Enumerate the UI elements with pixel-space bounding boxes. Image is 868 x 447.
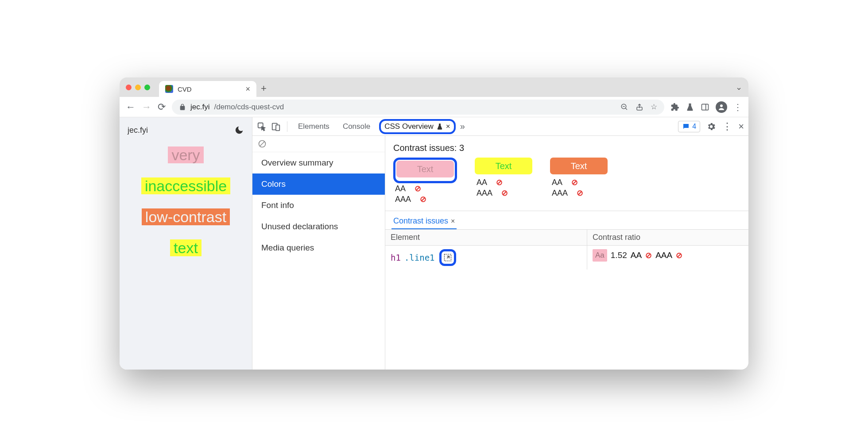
col-header-element: Element: [385, 230, 587, 246]
sub-tab-contrast-issues[interactable]: Contrast issues ×: [391, 214, 457, 229]
url-field[interactable]: jec.fyi /demo/cds-quest-cvd ☆: [172, 100, 664, 115]
col-header-ratio: Contrast ratio: [587, 230, 748, 246]
labs-icon[interactable]: [686, 103, 694, 112]
chrome-menu-icon[interactable]: ⋮: [733, 102, 742, 112]
swatch-highlight: Text: [393, 158, 457, 183]
back-button[interactable]: ←: [126, 101, 136, 113]
close-tab-icon[interactable]: ×: [245, 85, 250, 94]
extensions-icon[interactable]: [670, 103, 679, 112]
devtools-tab-bar: Elements Console CSS Overview × » 4: [252, 117, 748, 136]
close-tab-icon[interactable]: ×: [446, 122, 450, 131]
svg-rect-9: [276, 125, 279, 131]
bookmark-star-icon[interactable]: ☆: [651, 102, 657, 112]
table-row-element[interactable]: h1.line1: [385, 246, 587, 270]
fail-icon: ⊘: [645, 250, 652, 260]
contrast-sub-tabs: Contrast issues ×: [385, 211, 748, 229]
col-contrast-ratio: Contrast ratio Aa 1.52 AA ⊘ AAA ⊘: [587, 230, 748, 270]
forward-button[interactable]: →: [142, 101, 151, 113]
tab-console[interactable]: Console: [338, 119, 375, 135]
demo-words: very inaccessible low-contrast text: [128, 146, 244, 256]
element-class: .line1: [404, 253, 435, 262]
demo-word-very: very: [168, 146, 203, 163]
table-row-ratio: Aa 1.52 AA ⊘ AAA ⊘: [587, 246, 748, 265]
sidebar-item-media[interactable]: Media queries: [252, 237, 385, 258]
svg-point-6: [720, 104, 723, 107]
sidebar-item-unused[interactable]: Unused declarations: [252, 216, 385, 237]
css-overview-main: Contrast issues: 3 Text AA ⊘: [385, 136, 748, 370]
fail-icon: ⊘: [676, 250, 682, 260]
devtools-body: Overview summary Colors Font info Unused…: [252, 136, 748, 370]
contrast-issues-table: Element h1.line1 Cont: [385, 229, 748, 270]
inspect-element-icon[interactable]: [257, 122, 267, 131]
aaa-label: AAA: [655, 250, 672, 260]
tab-css-overview[interactable]: CSS Overview: [384, 122, 434, 131]
tab-elements[interactable]: Elements: [294, 119, 334, 135]
fail-icon: ⊘: [571, 177, 578, 187]
fail-icon: ⊘: [420, 194, 426, 204]
content: jec.fyi very inaccessible low-contrast t…: [120, 117, 748, 370]
more-tabs-icon[interactable]: »: [460, 121, 465, 131]
aaa-row: AAA ⊘: [475, 188, 510, 198]
contrast-issues-heading: Contrast issues: 3: [385, 136, 748, 158]
tab-overflow-icon[interactable]: ⌄: [736, 82, 742, 92]
aa-row: AA ⊘: [550, 177, 580, 188]
messages-badge[interactable]: 4: [678, 121, 700, 132]
favicon-icon: [165, 85, 173, 93]
close-window-button[interactable]: [126, 85, 132, 90]
aaa-label: AAA: [552, 189, 568, 198]
fail-icon: ⊘: [501, 188, 508, 198]
scroll-into-view-icon[interactable]: [443, 253, 452, 262]
contrast-swatch-3[interactable]: Text AA ⊘ AAA ⊘: [550, 158, 608, 204]
tab-css-overview-highlight: CSS Overview ×: [379, 119, 455, 134]
minimize-window-button[interactable]: [135, 85, 141, 90]
demo-word-low-contrast: low-contrast: [142, 208, 230, 225]
fullscreen-window-button[interactable]: [144, 85, 150, 90]
new-tab-button[interactable]: +: [256, 80, 271, 97]
fail-icon: ⊘: [496, 177, 503, 187]
contrast-swatch-row: Text AA ⊘ AAA ⊘: [385, 158, 748, 211]
svg-rect-4: [702, 104, 709, 110]
close-devtools-icon[interactable]: ×: [738, 121, 744, 132]
contrast-ratio-value: 1.52: [611, 250, 627, 260]
aa-label: AA: [552, 178, 562, 187]
browser-tab-cvd[interactable]: CVD ×: [159, 81, 256, 97]
contrast-swatch-2[interactable]: Text AA ⊘ AAA ⊘: [475, 158, 532, 204]
css-overview-sidebar: Overview summary Colors Font info Unused…: [252, 136, 385, 370]
aa-row: AA ⊘: [475, 177, 504, 188]
scroll-into-view-highlight: [439, 249, 456, 266]
side-panel-icon[interactable]: [701, 103, 709, 112]
sidebar-item-font-info[interactable]: Font info: [252, 195, 385, 216]
fail-icon: ⊘: [415, 184, 421, 193]
settings-gear-icon[interactable]: [706, 122, 716, 131]
device-toggle-icon[interactable]: [271, 122, 281, 131]
contrast-swatch-1[interactable]: Text AA ⊘ AAA ⊘: [393, 158, 457, 204]
sidebar-item-colors[interactable]: Colors: [252, 173, 385, 195]
reload-button[interactable]: ⟳: [158, 101, 166, 113]
window-traffic-lights: [126, 85, 150, 90]
aaa-row: AAA ⊘: [393, 194, 428, 204]
demo-word-inaccessible: inaccessible: [141, 177, 230, 194]
devtools-menu-icon[interactable]: ⋮: [722, 121, 732, 132]
share-icon[interactable]: [636, 103, 643, 111]
swatch-preview: Text: [396, 161, 454, 177]
aaa-label: AAA: [395, 195, 411, 204]
aa-label: AA: [477, 178, 487, 187]
url-right-icons: ☆: [620, 102, 657, 112]
aaa-row: AAA ⊘: [550, 188, 585, 198]
sub-tab-label: Contrast issues: [393, 216, 448, 226]
zoom-icon[interactable]: [620, 103, 628, 111]
close-sub-tab-icon[interactable]: ×: [451, 217, 455, 225]
svg-line-1: [625, 108, 627, 110]
sidebar-item-overview[interactable]: Overview summary: [252, 152, 385, 173]
flask-icon: [436, 123, 443, 130]
svg-line-11: [260, 142, 264, 146]
fail-icon: ⊘: [577, 188, 583, 198]
address-bar: ← → ⟳ jec.fyi /demo/cds-quest-cvd ☆: [120, 97, 748, 117]
profile-avatar-icon[interactable]: [716, 101, 727, 113]
demo-word-text: text: [170, 239, 202, 256]
chrome-tab-bar: CVD × + ⌄: [120, 77, 748, 97]
swatch-preview: Text: [550, 158, 608, 174]
aa-row: AA ⊘: [393, 183, 423, 194]
clear-icon[interactable]: [252, 136, 385, 152]
dark-mode-icon[interactable]: [234, 125, 244, 135]
